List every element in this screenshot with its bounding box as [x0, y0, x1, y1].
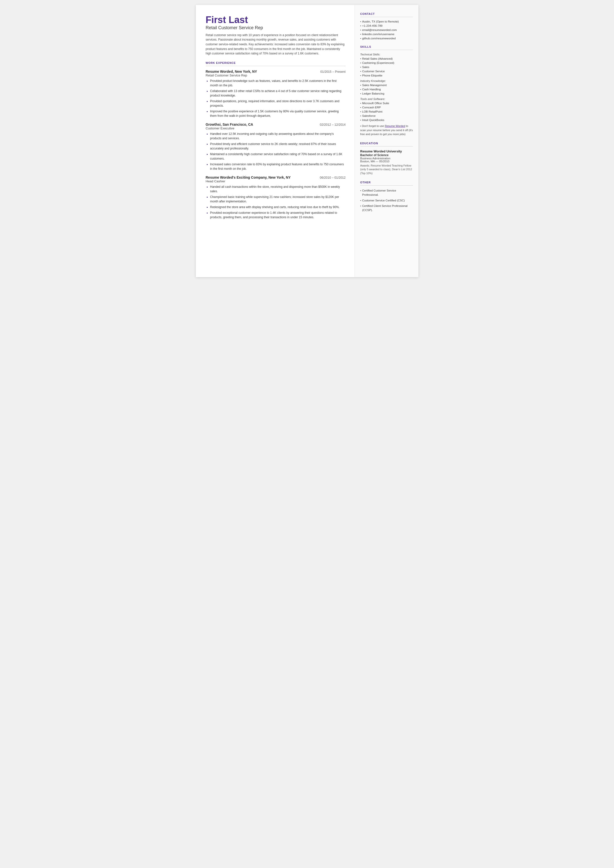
bullet-2-3: Maintained a consistently high customer … — [210, 152, 346, 161]
contact-phone: +1-234-456-789 — [360, 24, 413, 27]
job-role-1: Retail Customer Service Rep — [206, 73, 346, 77]
other-divider — [360, 185, 413, 186]
contact-email: email@resumeworded.com — [360, 28, 413, 31]
job-company-3: Resume Worded's Exciting Company, New Yo… — [206, 175, 291, 179]
job-block-1: Resume Worded, New York, NY 01/2015 – Pr… — [206, 70, 346, 118]
job-bullets-3: Handed all cash transactions within the … — [210, 185, 346, 219]
education-block: Resume Worded University Bachelor of Sci… — [360, 149, 413, 175]
job-dates-1: 01/2015 – Present — [320, 70, 346, 73]
contact-location: Austin, TX (Open to Remote) — [360, 20, 413, 23]
bullet-3-1: Handed all cash transactions within the … — [210, 185, 346, 194]
sidebar: CONTACT Austin, TX (Open to Remote) +1-2… — [355, 5, 419, 277]
skill-sales: Sales — [360, 65, 413, 68]
skill-ms-office: Microsoft Office Suite — [360, 102, 413, 105]
bullet-1-3: Provided quotations, pricing, required i… — [210, 99, 346, 108]
bullet-2-1: Handled over 12.5K incoming and outgoing… — [210, 132, 346, 141]
skill-quickbooks: Intuit QuickBooks — [360, 118, 413, 121]
bullet-3-2: Championed basic training while supervis… — [210, 195, 346, 203]
edu-school: Resume Worded University — [360, 149, 413, 153]
job-company-1: Resume Worded, New York, NY — [206, 70, 257, 73]
skill-comcash: Comcash ERP — [360, 106, 413, 109]
bullet-2-4: Increased sales conversion rate to 83% b… — [210, 162, 346, 171]
job-dates-3: 06/2010 – 01/2012 — [320, 176, 346, 179]
resume-worded-link[interactable]: Resume Worded — [385, 124, 405, 127]
skill-cash-handling: Cash Handling — [360, 88, 413, 91]
skills-divider — [360, 50, 413, 50]
skill-retail-sales: Retail Sales (Advanced) — [360, 57, 413, 60]
job-block-2: Growthsi, San Francisco, CA 02/2012 – 12… — [206, 123, 346, 171]
candidate-name: First Last — [206, 15, 346, 25]
other-item-3: Certified Client Service Professional (C… — [360, 204, 413, 212]
edu-field: Business Administration — [360, 157, 413, 160]
bullet-1-1: Provided product knowledge such as featu… — [210, 79, 346, 88]
bullet-3-3: Redesigned the store area with display s… — [210, 205, 346, 209]
contact-divider — [360, 17, 413, 17]
edu-degree: Bachelor of Science — [360, 154, 413, 157]
job-role-2: Customer Executive — [206, 126, 346, 130]
other-label: OTHER — [360, 181, 413, 184]
other-item-1: Certified Customer Service Professional. — [360, 189, 413, 197]
main-column: First Last Retail Customer Service Rep R… — [196, 5, 355, 277]
skill-customer-service: Customer Service — [360, 70, 413, 73]
skills-label: SKILLS — [360, 45, 413, 48]
job-header-row-2: Growthsi, San Francisco, CA 02/2012 – 12… — [206, 123, 346, 126]
job-dates-2: 02/2012 – 12/2014 — [320, 123, 346, 126]
job-role-3: Head Cashier — [206, 179, 346, 183]
work-experience-label: WORK EXPERIENCE — [206, 61, 346, 64]
job-company-2: Growthsi, San Francisco, CA — [206, 123, 253, 126]
skill-phone-etiquette: Phone Etiquette — [360, 74, 413, 77]
skill-lob: LOB RetailPoint — [360, 110, 413, 113]
skill-cashiering: Cashiering (Experienced) — [360, 61, 413, 64]
bullet-3-4: Provided exceptional customer experience… — [210, 211, 346, 219]
other-item-2: Customer Service Certified (CSC) — [360, 199, 413, 203]
skills-tip: • Don't forget to use Resume Worded to s… — [360, 124, 413, 136]
skill-salesforce: Salesforce — [360, 114, 413, 117]
education-label: EDUCATION — [360, 142, 413, 145]
work-experience-divider — [206, 66, 346, 66]
technical-skills-label: Technical Skills: — [360, 53, 413, 56]
skill-sales-management: Sales Management — [360, 84, 413, 87]
job-bullets-1: Provided product knowledge such as featu… — [210, 79, 346, 118]
edu-location: Boston, MA — 05/2010 — [360, 160, 413, 163]
job-header-row-1: Resume Worded, New York, NY 01/2015 – Pr… — [206, 70, 346, 73]
contact-github: github.com/resumeworded — [360, 37, 413, 40]
tools-label: Tools and Software: — [360, 98, 413, 101]
job-title: Retail Customer Service Rep — [206, 25, 346, 30]
bullet-1-2: Collaborated with 13 other retail CSRs t… — [210, 89, 346, 98]
job-bullets-2: Handled over 12.5K incoming and outgoing… — [210, 132, 346, 171]
bullet-2-2: Provided timely and efficient customer s… — [210, 142, 346, 151]
contact-label: CONTACT — [360, 12, 413, 16]
industry-skills-label: Industry Knowledge: — [360, 79, 413, 82]
job-header-row-3: Resume Worded's Exciting Company, New Yo… — [206, 175, 346, 179]
summary-text: Retail customer service rep with 10 year… — [206, 33, 346, 56]
edu-awards: Awards: Resume Worded Teaching Fellow (o… — [360, 164, 413, 175]
job-block-3: Resume Worded's Exciting Company, New Yo… — [206, 175, 346, 219]
name-title-block: First Last Retail Customer Service Rep R… — [206, 15, 346, 56]
bullet-1-4: Improved the positive experience of 1.5K… — [210, 109, 346, 118]
skill-ledger-balancing: Ledger Balancing — [360, 92, 413, 95]
resume-page: First Last Retail Customer Service Rep R… — [196, 5, 419, 277]
contact-linkedin: linkedin.com/in/username — [360, 33, 413, 36]
